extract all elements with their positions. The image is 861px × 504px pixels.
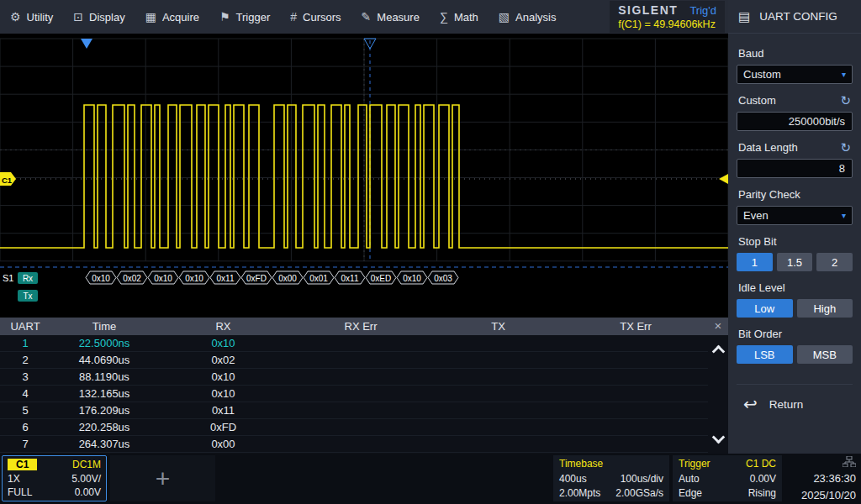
trigger-label: Trigger [679,458,710,470]
cell-rx: 0x02 [158,354,288,366]
menu-bar: ⚙Utility⊡Display▦Acquire⚑Trigger#Cursors… [0,0,566,34]
table-row[interactable]: 122.5000ns0x10 [0,335,708,352]
menu-item-acquire[interactable]: ▦Acquire [135,0,209,34]
stop-bit-option-1-5[interactable]: 1.5 [777,253,813,271]
trigger-slope: Rising [748,487,776,499]
top-menu-bar: ⚙Utility⊡Display▦Acquire⚑Trigger#Cursors… [0,0,728,34]
decode-byte: 0x10 [154,274,172,283]
menu-item-display[interactable]: ⊡Display [63,0,135,34]
idle-level-segment: Low High [737,299,853,318]
chevron-down-icon: ▾ [842,70,846,79]
cell-n: 7 [0,438,50,450]
baud-label: Baud [738,47,851,60]
menu-item-label: Display [89,11,125,24]
trigger-level-marker[interactable] [719,174,728,184]
menu-item-label: Trigger [236,11,271,24]
timebase-memory: 2.00Mpts [559,487,600,499]
decode-byte: 0x01 [309,274,328,283]
menu-item-math[interactable]: ∑Math [430,0,489,34]
decode-byte: 0xED [371,274,391,283]
table-row[interactable]: 4132.165us0x10 [0,386,708,402]
cell-n: 4 [0,387,50,400]
cursors-icon: # [290,10,297,24]
table-row[interactable]: 7264.307us0x00 [0,436,708,453]
trigger-info-box[interactable]: Trigger C1 DC Auto 0.00V Edge Rising [673,455,782,501]
decode-table-body: 122.5000ns0x10244.0690us0x02388.1190us0x… [0,335,708,453]
decode-byte: 0x11 [341,274,359,283]
cell-n: 1 [0,337,50,349]
idle-level-label-text: Idle Level [738,281,785,294]
scroll-down-icon[interactable] [711,431,725,444]
frequency-counter: f(C1) = 49.94606kHz [618,18,716,30]
menu-item-utility[interactable]: ⚙Utility [0,0,63,34]
stop-bit-label: Stop Bit [738,235,851,248]
measure-icon: ✎ [362,10,372,24]
cell-n: 6 [0,421,50,433]
column-header-rx: RX [158,320,288,333]
cell-rx: 0x10 [158,337,288,349]
trigger-delay-marker[interactable] [81,39,92,49]
menu-item-label: Analysis [515,11,556,24]
column-header-time: Time [50,320,158,333]
tx-badge-label: Tx [23,291,32,301]
menu-item-trigger[interactable]: ⚑Trigger [209,0,280,34]
data-length-input[interactable]: 8 [737,159,853,178]
idle-level-high[interactable]: High [797,299,853,318]
decode-bus-label: S1 [3,273,13,283]
timebase-info-box[interactable]: Timebase 400us 100us/div 2.00Mpts 2.00GS… [553,455,669,501]
gear-icon: ⚙ [10,10,21,24]
channel1-info-box[interactable]: C1 DC1M 1X 5.00V/ FULL 0.00V [2,455,107,501]
idle-level-low[interactable]: Low [737,299,793,318]
data-length-label-text: Data Length [738,141,798,154]
table-row[interactable]: 244.0690us0x02 [0,352,708,369]
trigger-coupling: DC [762,458,776,470]
close-icon[interactable]: × [708,318,728,335]
stop-bit-option-1[interactable]: 1 [737,253,773,271]
bit-order-label: Bit Order [738,328,851,340]
parity-select[interactable]: Even ▾ [737,206,853,225]
menu-item-label: Cursors [303,11,341,24]
panel-menu-icon: ▤ [738,9,750,24]
decode-table-header: UARTTimeRXRX ErrTXTX Err [0,318,708,335]
add-channel-button[interactable]: + [110,455,215,501]
column-header-uart: UART [0,320,50,333]
cell-rx: 0xFD [158,421,288,433]
data-length-label: Data Length ↻ [738,141,851,154]
table-row[interactable]: 388.1190us0x10 [0,369,708,386]
channel1-offset: 0.00V [75,486,101,498]
stop-bit-option-2[interactable]: 2 [816,253,853,271]
column-header-rx-err: RX Err [288,320,433,333]
column-header-tx: TX [433,320,563,333]
decode-table: UARTTimeRXRX ErrTXTX Err 122.5000ns0x102… [0,318,728,454]
clock-block: 23:36:30 2025/10/20 [801,456,856,501]
bit-order-label-text: Bit Order [738,328,782,340]
network-icon [843,456,856,467]
menu-item-cursors[interactable]: #Cursors [280,0,351,34]
cell-n: 5 [0,404,50,417]
table-row[interactable]: 5176.209us0x11 [0,402,708,419]
bit-order-lsb[interactable]: LSB [737,345,793,364]
decode-byte: 0x10 [92,274,110,283]
menu-item-measure[interactable]: ✎Measure [351,0,430,34]
decode-byte: 0x02 [123,274,141,283]
refresh-icon[interactable]: ↻ [840,141,851,154]
waveform-svg: C1S1RxTx0x100x020x100x100x110xFD0x000x01… [0,34,728,318]
bit-order-segment: LSB MSB [737,345,853,364]
custom-baud-input[interactable]: 250000bit/s [737,112,853,131]
refresh-icon[interactable]: ↻ [840,94,851,107]
scroll-up-icon[interactable] [711,345,725,359]
menu-item-analysis[interactable]: ▧Analysis [489,0,567,34]
decode-byte: 0x10 [403,274,421,283]
return-button[interactable]: ↩ Return [737,384,853,423]
bottom-status-bar: C1 DC1M 1X 5.00V/ FULL 0.00V + Timebase … [0,454,861,504]
bit-order-msb[interactable]: MSB [797,345,853,364]
menu-item-label: Acquire [162,11,199,24]
table-row[interactable]: 6220.258us0xFD [0,419,708,436]
baud-select[interactable]: Custom ▾ [737,65,853,84]
table-scrollbar[interactable]: × [708,318,728,454]
timebase-sample-rate: 2.00GSa/s [615,487,663,499]
waveform-area: C1S1RxTx0x100x020x100x100x110xFD0x000x01… [0,34,728,318]
channel1-badge[interactable]: C1 [8,459,37,470]
cell-time: 220.258us [50,421,158,433]
cell-time: 132.165us [50,387,158,400]
